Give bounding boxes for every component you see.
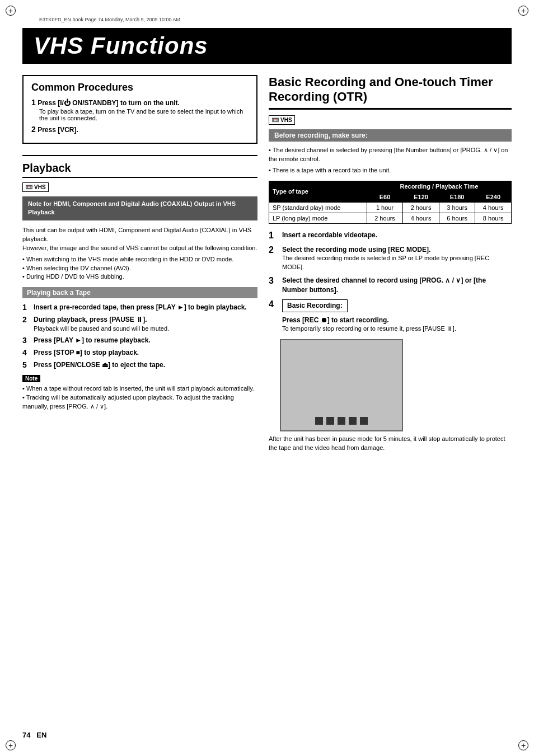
cassette-icon-right: 📼 — [271, 116, 279, 124]
table-cell-lp-e180: 6 hours — [439, 213, 475, 223]
table-cell-lp-e240: 8 hours — [475, 213, 512, 223]
right-step-1: 1 Insert a recordable videotape. — [269, 231, 512, 241]
bottom-note: Note When a tape without record tab is i… — [22, 374, 257, 411]
table-cell-sp-e120: 2 hours — [403, 202, 439, 213]
step-1: 1 Press [I/⏻ ON/STANDBY] to turn on the … — [31, 98, 249, 121]
page-number: 74 EN — [22, 731, 46, 739]
playback-step-3: 3 Press [PLAY ►] to resume playback. — [22, 336, 257, 345]
crosshair-tl — [6, 6, 16, 16]
tv-icon-1 — [315, 417, 323, 425]
table-col-e120: E120 — [403, 191, 439, 202]
table-cell-sp-label: SP (standard play) mode — [269, 202, 367, 213]
vhs-label: VHS — [34, 184, 46, 190]
basic-recording-badge: Basic Recording: — [282, 299, 348, 312]
crosshair-br — [518, 740, 528, 750]
right-step-4: 4 Basic Recording: Press [REC ⏺] to star… — [269, 299, 512, 334]
tv-icon-5 — [360, 417, 368, 425]
playback-section: Playback 📼 VHS Note for HDMI, Component … — [22, 162, 257, 411]
right-steps-list: 1 Insert a recordable videotape. 2 Selec… — [269, 231, 512, 334]
before-bullet-2: There is a tape with a record tab in the… — [269, 166, 512, 175]
tv-screen — [280, 339, 403, 431]
page-title: VHS Functions — [22, 28, 512, 64]
right-title: Basic Recording and One-touch Timer Reco… — [269, 75, 512, 110]
vhs-label-right: VHS — [280, 117, 292, 123]
playback-steps: 1 Insert a pre-recorded tape, then press… — [22, 303, 257, 369]
table-col-e180: E180 — [439, 191, 475, 202]
before-recording-bullets: The desired channel is selected by press… — [269, 146, 512, 175]
table-row-lp: LP (long play) mode 2 hours 4 hours 6 ho… — [269, 213, 512, 223]
table-cell-sp-e180: 3 hours — [439, 202, 475, 213]
divider-1 — [22, 155, 257, 156]
playback-step-2: 2 During playback, press [PAUSE ⏸]. Play… — [22, 315, 257, 333]
step-1-num: 1 — [31, 98, 36, 107]
table-cell-lp-label: LP (long play) mode — [269, 213, 367, 223]
crosshair-bl — [6, 740, 16, 750]
before-bullet-1: The desired channel is selected by press… — [269, 146, 512, 164]
content-columns: Common Procedures 1 Press [I/⏻ ON/STANDB… — [22, 75, 512, 453]
note-body: This unit can be output with HDMI, Compo… — [22, 226, 257, 282]
table-col-e240: E240 — [475, 191, 512, 202]
after-text: After the unit has been in pause mode fo… — [269, 435, 512, 453]
tv-pause-icons — [315, 417, 368, 425]
playback-step-4: 4 Press [STOP ■] to stop playback. — [22, 348, 257, 358]
page: E3TK0FD_EN.book Page 74 Monday, March 9,… — [0, 0, 534, 756]
playback-title: Playback — [22, 162, 257, 178]
step-2: 2 Press [VCR]. — [31, 125, 249, 134]
note-item-2: Tracking will be automatically adjusted … — [22, 393, 257, 411]
vhs-icon-playback: 📼 VHS — [22, 182, 49, 192]
table-cell-sp-e240: 4 hours — [475, 202, 512, 213]
table-header-rec-time: Recording / Playback Time — [367, 181, 511, 191]
vhs-icon-right: 📼 VHS — [269, 115, 295, 125]
note-box-hdmi: Note for HDMI, Component and Digital Aud… — [22, 196, 257, 220]
note-bullet-1: When switching to the VHS mode while rec… — [22, 255, 257, 264]
step-1-sub: To play back a tape, turn on the TV and … — [39, 108, 249, 121]
step-2-num: 2 — [31, 125, 36, 134]
table-header-tape-speed: Type of tape — [269, 181, 367, 202]
before-recording-box: Before recording, make sure: — [269, 129, 512, 142]
step-2-text: Press [VCR]. — [38, 126, 78, 134]
right-column: Basic Recording and One-touch Timer Reco… — [269, 75, 512, 453]
playback-step-1: 1 Insert a pre-recorded tape, then press… — [22, 303, 257, 312]
note-label: Note — [22, 375, 40, 382]
playing-back-tape-title: Playing back a Tape — [22, 287, 257, 298]
crosshair-tr — [518, 6, 528, 16]
table-row-sp: SP (standard play) mode 1 hour 2 hours 3… — [269, 202, 512, 213]
playback-step-5: 5 Press [OPEN/CLOSE ⏏] to eject the tape… — [22, 360, 257, 370]
note-items-list: When a tape without record tab is insert… — [22, 384, 257, 411]
common-procedures-section: Common Procedures 1 Press [I/⏻ ON/STANDB… — [22, 75, 257, 144]
table-cell-sp-e60: 1 hour — [367, 202, 403, 213]
file-info: E3TK0FD_EN.book Page 74 Monday, March 9,… — [39, 17, 512, 22]
note-bullet-3: During HDD / DVD to VHS dubbing. — [22, 273, 257, 281]
step-1-text: Press [I/⏻ ON/STANDBY] to turn on the un… — [38, 99, 180, 107]
tv-icon-3 — [338, 417, 345, 425]
tv-icon-4 — [349, 417, 357, 425]
note-body-bullets: When switching to the VHS mode while rec… — [22, 255, 257, 282]
cassette-icon: 📼 — [25, 184, 33, 191]
left-column: Common Procedures 1 Press [I/⏻ ON/STANDB… — [22, 75, 257, 420]
tv-icon-2 — [326, 417, 334, 425]
right-step-2: 2 Select the recording mode using [REC M… — [269, 245, 512, 272]
table-cell-lp-e60: 2 hours — [367, 213, 403, 223]
tape-speed-table: Type of tape Recording / Playback Time E… — [269, 181, 512, 224]
common-procedures-title: Common Procedures — [31, 82, 249, 93]
right-step-3: 3 Select the desired channel to record u… — [269, 276, 512, 295]
note-bullet-2: When selecting the DV channel (AV3). — [22, 264, 257, 273]
table-cell-lp-e120: 4 hours — [403, 213, 439, 223]
table-col-e60: E60 — [367, 191, 403, 202]
note-item-1: When a tape without record tab is insert… — [22, 384, 257, 393]
